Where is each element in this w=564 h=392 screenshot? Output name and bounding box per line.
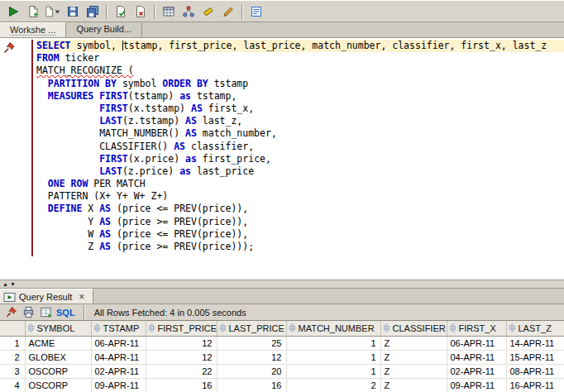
column-header-last_price[interactable]: LAST_PRICE [217,321,286,336]
fetch-icon[interactable] [37,305,54,320]
row-number-cell[interactable]: 4 [0,378,25,392]
cell-classifier[interactable]: Z [380,378,447,392]
cell-classifier[interactable]: Z [380,364,447,378]
code-line[interactable]: ONE ROW PER MATCH [36,178,564,190]
cell-first_price[interactable]: 16 [146,378,217,392]
results-table: SYMBOLTSTAMPFIRST_PRICELAST_PRICEMATCH_N… [0,321,564,392]
code-line[interactable]: SELECT symbol, tstamp, first_price, last… [36,40,564,52]
close-icon[interactable]: × [77,293,86,301]
column-header-first_price[interactable]: FIRST_PRICE [146,321,217,336]
explain-plan-icon[interactable] [179,2,198,21]
code-line[interactable]: FIRST(x.price) as first_price, [36,153,564,165]
code-line[interactable]: Z AS (price >= PREV(price))); [36,241,564,253]
cell-first_price[interactable]: 12 [146,350,217,364]
save-icon[interactable] [63,2,82,21]
cell-symbol[interactable]: GLOBEX [25,350,91,364]
sort-icon [27,323,35,332]
column-header-label: CLASSIFIER [393,323,446,333]
cell-match_number[interactable]: 1 [286,350,380,364]
cell-first_x[interactable]: 06-APR-11 [447,336,506,350]
open-file-dropdown-icon[interactable] [43,2,62,21]
table-row: 2GLOBEX04-APR-1112121Z04-APR-1115-APR-11 [0,350,564,364]
snippets-icon[interactable] [246,2,265,21]
cell-symbol[interactable]: OSCORP [25,364,91,378]
cell-last_z[interactable]: 14-APR-11 [506,336,564,350]
new-file-icon[interactable] [23,2,42,21]
code-line[interactable]: MATCH_RECOGNIZE ( [36,65,564,77]
cell-match_number[interactable]: 1 [286,336,380,350]
pushpin-icon[interactable] [2,41,16,56]
collapse-down-icon[interactable]: ▼ [10,281,16,287]
cell-classifier[interactable]: Z [380,350,447,364]
clear-icon[interactable] [198,2,217,21]
print-icon[interactable] [20,305,36,320]
fetch-status: All Rows Fetched: 4 in 0.005 seconds [94,308,246,318]
toolbar-separator [106,4,108,19]
run-statement-icon[interactable] [3,2,22,21]
column-header-classifier[interactable]: CLASSIFIER [380,321,447,336]
cell-last_price[interactable]: 12 [217,350,286,364]
code-line[interactable]: Y AS (price >= PREV(price)), [36,216,564,228]
cell-match_number[interactable]: 1 [286,364,380,378]
cell-tstamp[interactable]: 06-APR-11 [91,336,146,350]
format-icon[interactable] [218,2,237,21]
sort-icon [219,323,227,332]
tab-query-result[interactable]: Query Result × [0,289,93,304]
row-number-cell[interactable]: 3 [0,364,25,378]
code-area[interactable]: SELECT symbol, tstamp, first_price, last… [36,40,564,280]
cell-first_price[interactable]: 12 [146,336,217,350]
tab-worksheet[interactable]: Workshe ... [0,22,66,37]
tab-query-builder[interactable]: Query Build... [66,22,142,37]
toolbar-separator [154,4,155,19]
cell-symbol[interactable]: ACME [25,336,91,350]
cell-first_x[interactable]: 09-APR-11 [447,378,506,392]
code-line[interactable]: FIRST(x.tstamp) AS first_x, [36,103,564,115]
row-number-cell[interactable]: 2 [0,350,25,364]
rollback-icon[interactable] [131,2,150,21]
sql-link[interactable]: SQL [56,308,75,318]
cell-last_z[interactable]: 16-APR-11 [506,378,564,392]
collapse-up-icon[interactable]: ▲ [2,281,8,287]
save-all-icon[interactable] [83,2,102,21]
cell-tstamp[interactable]: 04-APR-11 [91,350,146,364]
cell-last_price[interactable]: 20 [217,364,286,378]
column-header-last_z[interactable]: LAST_Z [506,321,564,336]
column-header-tstamp[interactable]: TSTAMP [91,321,146,336]
column-header-label: FIRST_PRICE [158,323,217,333]
sort-icon [148,323,155,332]
cell-tstamp[interactable]: 02-APR-11 [91,364,146,378]
toolbar-separator [241,4,243,19]
cell-first_x[interactable]: 04-APR-11 [447,350,506,364]
code-line[interactable]: MATCH_NUMBER() AS match_number, [36,127,564,140]
row-number-cell[interactable]: 1 [0,336,25,350]
cell-last_z[interactable]: 08-APR-11 [506,364,564,378]
column-header-symbol[interactable]: SYMBOL [25,321,91,336]
commit-icon[interactable] [111,2,130,21]
code-line[interactable]: LAST(z.price) as last_price [36,165,564,178]
row-number-header [0,321,25,336]
code-line[interactable]: PARTITION BY symbol ORDER BY tstamp [36,78,564,90]
cell-first_x[interactable]: 02-APR-11 [447,364,506,378]
code-line[interactable]: MEASURES FIRST(tstamp) as tstamp, [36,90,564,103]
code-line[interactable]: FROM ticker [36,52,564,65]
cell-last_price[interactable]: 16 [217,378,286,392]
cell-last_z[interactable]: 15-APR-11 [506,350,564,364]
column-header-match_number[interactable]: MATCH_NUMBER [286,321,380,336]
cell-tstamp[interactable]: 09-APR-11 [91,378,146,392]
column-header-first_x[interactable]: FIRST_X [447,321,506,336]
cell-last_price[interactable]: 25 [217,336,286,350]
cell-classifier[interactable]: Z [380,336,447,350]
sql-editor[interactable]: SELECT symbol, tstamp, first_price, last… [0,38,564,280]
cell-symbol[interactable]: OSCORP [25,378,91,392]
cell-match_number[interactable]: 2 [286,378,380,392]
code-line[interactable]: W AS (price <= PREV(price)), [36,228,564,241]
cell-first_price[interactable]: 22 [146,364,217,378]
pin-icon[interactable] [2,305,19,320]
query-builder-icon[interactable] [159,2,178,21]
results-grid: SYMBOLTSTAMPFIRST_PRICELAST_PRICEMATCH_N… [0,321,564,392]
code-line[interactable]: CLASSIFIER() AS classifier, [36,141,564,153]
code-line[interactable]: DEFINE X AS (price <= PREV(price)), [36,203,564,215]
panel-splitter[interactable]: ▲ ▼ [0,280,564,289]
code-line[interactable]: LAST(z.tstamp) AS last_z, [36,115,564,127]
code-line[interactable]: PATTERN (X+ Y+ W+ Z+) [36,190,564,203]
